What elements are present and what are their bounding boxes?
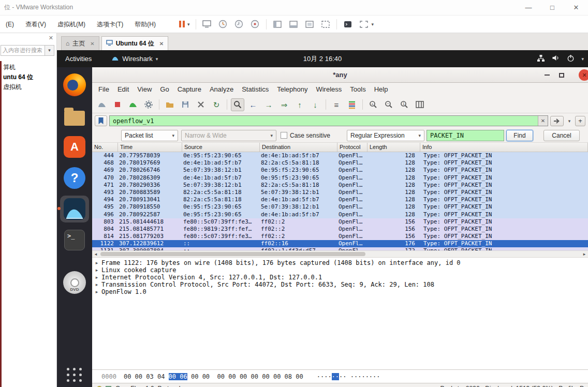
- hex-dump-pane[interactable]: 0000 00 00 03 04 00 06 00 00 00 00 00 00…: [92, 369, 588, 383]
- expand-arrow-icon[interactable]: ▸: [92, 274, 101, 281]
- display-filter-input[interactable]: openflow_v1 ✕: [109, 115, 548, 126]
- wireshark-menu-item[interactable]: Telephony: [273, 83, 312, 96]
- vm-unity-view-icon[interactable]: [320, 19, 331, 30]
- activities-button[interactable]: Activities: [57, 55, 100, 63]
- column-header[interactable]: Info: [420, 143, 588, 152]
- wireshark-maximize-button[interactable]: [555, 67, 568, 83]
- find-charset-select[interactable]: Narrow & Wide ▾: [181, 130, 276, 141]
- tab-home[interactable]: ⌂ 主页 ✕: [61, 36, 99, 50]
- filter-add-button[interactable]: +: [575, 116, 585, 126]
- go-to-bottom-icon[interactable]: ↓: [308, 98, 322, 111]
- vmware-tree-item[interactable]: 虚拟机: [3, 82, 55, 92]
- zoom-out-icon[interactable]: −: [382, 98, 395, 111]
- hscroll-thumb[interactable]: [100, 252, 365, 256]
- cancel-button[interactable]: Cancel: [543, 130, 580, 141]
- detail-line[interactable]: ▸Linux cooked capture: [92, 266, 588, 274]
- go-to-packet-icon[interactable]: ⇒: [277, 98, 291, 111]
- vm-console-view-icon[interactable]: [304, 19, 315, 30]
- detail-line[interactable]: ▸Internet Protocol Version 4, Src: 127.0…: [92, 274, 588, 281]
- resize-columns-icon[interactable]: [413, 98, 427, 111]
- expand-arrow-icon[interactable]: ▸: [92, 288, 101, 295]
- tab-home-close-icon[interactable]: ✕: [90, 41, 94, 47]
- dock-ubuntu-software[interactable]: A: [60, 133, 89, 160]
- packet-row[interactable]: 47020.780286309de:4e:1b:ad:5f:b70e:95:f5…: [92, 174, 588, 182]
- column-header[interactable]: No.: [92, 143, 118, 152]
- clock[interactable]: 10月 2 16:40: [303, 54, 342, 64]
- vmware-menu-item[interactable]: (E): [0, 16, 20, 33]
- vmware-menu-item[interactable]: 选项卡(T): [91, 16, 129, 33]
- packet-row[interactable]: 47120.7802903365e:07:39:38:12:b182:2a:c5…: [92, 182, 588, 189]
- packet-row[interactable]: 46820.780197669de:4e:1b:ad:5f:b782:2a:c5…: [92, 159, 588, 167]
- wireshark-menu-item[interactable]: Go: [156, 83, 173, 96]
- tab-ubuntu-close-icon[interactable]: ✕: [159, 41, 164, 47]
- dock-dvd[interactable]: DVD: [60, 269, 89, 296]
- packet-row[interactable]: 49620.7809225870e:95:f5:23:90:65de:4e:1b…: [92, 211, 588, 218]
- dock-wireshark[interactable]: [60, 196, 89, 222]
- vm-suspend-button[interactable]: [179, 21, 185, 27]
- dock-files[interactable]: [60, 102, 89, 129]
- vmware-tree-item[interactable]: untu 64 位: [3, 72, 55, 82]
- find-input[interactable]: PACKET_IN: [427, 130, 504, 141]
- expand-arrow-icon[interactable]: ▸: [92, 259, 101, 266]
- vmware-close-button[interactable]: ✕: [564, 0, 588, 16]
- open-file-icon[interactable]: [163, 98, 177, 111]
- capture-stop-icon[interactable]: [111, 98, 124, 111]
- wireshark-menu-item[interactable]: Tools: [346, 83, 370, 96]
- dock-help[interactable]: ?: [60, 165, 89, 191]
- packet-row[interactable]: 49320.78088358982:2a:c5:5a:81:185e:07:39…: [92, 189, 588, 196]
- column-header[interactable]: Protocol: [337, 143, 368, 152]
- sidebar-search-input[interactable]: 入内容进行搜索: [1, 45, 45, 56]
- column-header[interactable]: Time: [118, 143, 182, 152]
- vm-terminal-icon[interactable]: [343, 19, 353, 30]
- packet-row[interactable]: 44420.7795780390e:95:f5:23:90:65de:4e:1b…: [92, 152, 588, 159]
- show-applications-button[interactable]: [67, 368, 82, 382]
- vm-snapshot-take-icon[interactable]: [218, 19, 228, 30]
- detail-line[interactable]: ▸Transmission Control Protocol, Src Port…: [92, 281, 588, 288]
- sidebar-search-caret-icon[interactable]: ▾: [45, 45, 54, 56]
- zoom-original-icon[interactable]: 1: [398, 98, 411, 111]
- zoom-in-icon[interactable]: +: [366, 98, 380, 111]
- wireshark-menu-item[interactable]: Wireless: [312, 83, 346, 96]
- capture-options-icon[interactable]: [142, 98, 155, 111]
- wireshark-menu-item[interactable]: Analyze: [205, 83, 238, 96]
- packet-row[interactable]: 804215.081485771fe80::9819:23ff:fef…ff02…: [92, 226, 588, 233]
- wireshark-menu-item[interactable]: File: [94, 83, 113, 96]
- close-capture-icon[interactable]: [194, 98, 208, 111]
- vm-fullscreen-icon[interactable]: [359, 19, 369, 30]
- find-button[interactable]: Find: [506, 130, 533, 141]
- go-back-icon[interactable]: ←: [246, 98, 260, 111]
- vm-show-thumbnails-icon[interactable]: [288, 19, 299, 30]
- capture-start-icon[interactable]: [95, 98, 109, 111]
- vmware-maximize-button[interactable]: □: [540, 0, 564, 16]
- filter-clear-icon[interactable]: ✕: [538, 116, 548, 126]
- auto-scroll-icon[interactable]: ≡: [330, 98, 343, 111]
- go-forward-icon[interactable]: →: [262, 98, 275, 111]
- column-header[interactable]: Length: [368, 143, 420, 152]
- reload-icon[interactable]: ↻: [210, 98, 223, 111]
- find-packet-icon[interactable]: [231, 98, 244, 111]
- wireshark-titlebar[interactable]: *any ✕: [92, 67, 588, 83]
- save-file-icon[interactable]: [179, 98, 192, 111]
- packet-row[interactable]: 803215.081444618fe80::5c07:39ff:fe3…ff02…: [92, 218, 588, 226]
- vm-snapshot-revert-icon[interactable]: [234, 19, 244, 30]
- wireshark-menu-item[interactable]: Help: [370, 83, 392, 96]
- filter-bookmark-icon[interactable]: [95, 115, 107, 126]
- case-sensitive-checkbox[interactable]: [281, 132, 287, 139]
- packet-row[interactable]: 46920.7802667465e:07:39:38:12:b10e:95:f5…: [92, 167, 588, 174]
- detail-line[interactable]: ▸Frame 1122: 176 bytes on wire (1408 bit…: [92, 259, 588, 266]
- colorize-icon[interactable]: [345, 98, 359, 111]
- expand-arrow-icon[interactable]: ▸: [92, 281, 101, 288]
- filter-history-caret-icon[interactable]: ▾: [566, 118, 573, 124]
- wireshark-menu-item[interactable]: View: [133, 83, 156, 96]
- vm-snapshot-manager-icon[interactable]: [250, 19, 260, 30]
- scroll-left-arrow-icon[interactable]: ◂: [92, 251, 99, 257]
- vmware-menu-item[interactable]: 虚拟机(M): [52, 16, 91, 33]
- vm-show-library-icon[interactable]: [272, 19, 283, 30]
- vm-ctrl-alt-del-icon[interactable]: [202, 19, 212, 30]
- vm-suspend-caret-icon[interactable]: ▾: [187, 22, 190, 27]
- find-scope-select[interactable]: Packet list ▾: [121, 130, 178, 141]
- vmware-menu-item[interactable]: 帮助(H): [129, 16, 161, 33]
- vmware-tree-item[interactable]: 算机: [3, 63, 55, 72]
- packet-row[interactable]: 1122307.122839612::ff02::16OpenFl…176Typ…: [92, 240, 588, 247]
- wireshark-menu-item[interactable]: Statistics: [238, 83, 273, 96]
